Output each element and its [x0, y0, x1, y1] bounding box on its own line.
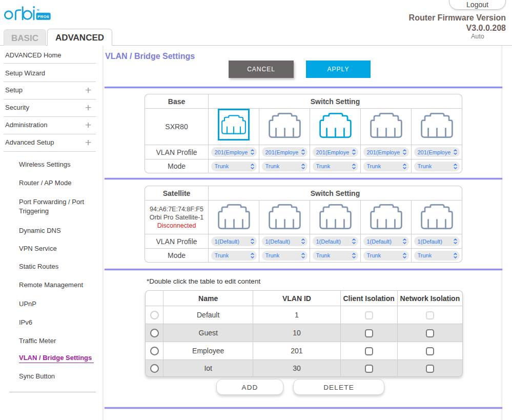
svg-text:PRO6: PRO6 — [37, 14, 49, 19]
svg-text:TM: TM — [36, 9, 39, 11]
